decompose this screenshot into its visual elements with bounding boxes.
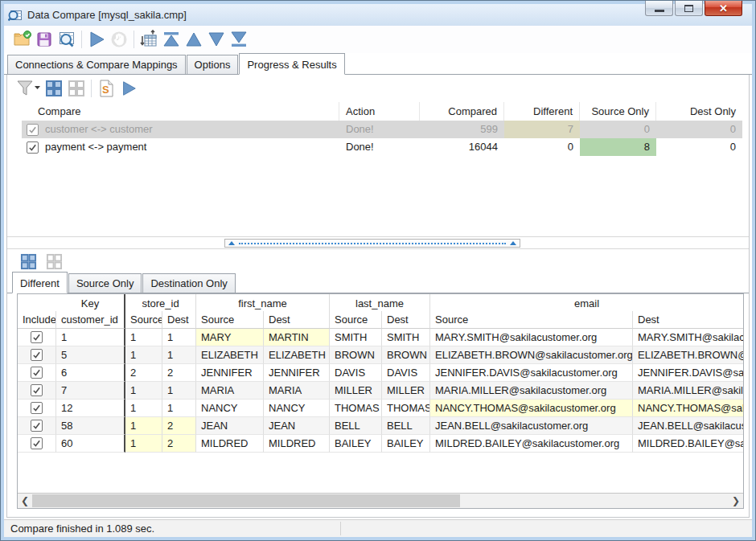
table-row[interactable]: 60 1 2 MILDRED MILDRED BAILEY BAILEY MIL… — [18, 435, 743, 453]
splitter-handle[interactable] — [224, 239, 520, 248]
maximize-button[interactable] — [675, 1, 703, 16]
include-checkbox[interactable] — [27, 124, 39, 136]
email-source-cell: MARY.SMITH@sakilacustomer.org — [430, 329, 633, 346]
refresh-grid-button[interactable] — [138, 28, 160, 51]
col-compared[interactable]: Compared — [420, 102, 504, 121]
tab-destination-only[interactable]: Destination Only — [142, 273, 235, 293]
scroll-right-icon[interactable]: ❯ — [729, 494, 743, 508]
col-lname-dest[interactable]: Dest — [382, 311, 430, 329]
tab-connections-compare-mappings[interactable]: Connections & Compare Mappings — [7, 55, 186, 74]
splitter-dots — [239, 243, 506, 244]
lname-dest-cell: MILLER — [382, 382, 430, 400]
save-button[interactable] — [33, 28, 55, 51]
table-row[interactable]: 1 1 1 MARY MARTIN SMITH SMITH MARY.SMITH… — [18, 329, 743, 346]
close-button[interactable]: ✕ — [705, 1, 742, 16]
tab-options[interactable]: Options — [187, 55, 239, 74]
navigate-last-button[interactable] — [228, 28, 250, 51]
run-compare-button[interactable] — [85, 28, 108, 51]
include-checkbox[interactable] — [31, 402, 43, 414]
email-source-cell: JENNIFER.DAVIS@sakilacustomer.org — [430, 364, 633, 382]
horizontal-scrollbar[interactable]: ❮ ❯ — [18, 493, 743, 508]
compare-row-customer[interactable]: customer <-> customer Done! 599 7 0 0 — [22, 121, 742, 138]
email-dest-cell: MILDRED.BAILEY@sakilacustomer.org — [633, 435, 743, 453]
col-fname-source[interactable]: Source — [196, 311, 264, 329]
action-cell: Done! — [339, 138, 420, 156]
group-first-name[interactable]: first_name — [196, 294, 330, 311]
lname-source-cell: MILLER — [330, 382, 382, 400]
navigate-next-icon — [207, 30, 226, 49]
layout-grid-active-icon — [20, 253, 37, 270]
group-email[interactable]: email — [430, 294, 743, 311]
compared-cell: 599 — [420, 121, 504, 138]
data-compare-app-icon — [8, 9, 23, 22]
col-different[interactable]: Different — [504, 102, 580, 121]
layout-grid-active-button[interactable] — [43, 77, 65, 100]
col-customer-id[interactable]: customer_id — [56, 311, 125, 329]
tab-source-only[interactable]: Source Only — [68, 273, 142, 293]
navigate-first-button[interactable] — [160, 28, 183, 51]
customer-id-cell: 12 — [56, 400, 125, 417]
minimize-button[interactable] — [645, 1, 673, 16]
layout-grid-button[interactable] — [65, 77, 88, 100]
collapse-up-icon[interactable] — [228, 241, 235, 245]
include-checkbox[interactable] — [27, 141, 39, 154]
table-row[interactable]: 58 1 2 JEAN JEAN BELL BELL JEAN.BELL@sak… — [18, 417, 743, 435]
col-fname-dest[interactable]: Dest — [264, 311, 330, 329]
detail-layout-grid-button[interactable] — [43, 250, 65, 273]
include-checkbox[interactable] — [31, 331, 43, 343]
table-row[interactable]: 12 1 1 NANCY NANCY THOMAS THOMAS NANCY.T… — [18, 400, 743, 417]
layout-grid-icon — [68, 80, 85, 97]
group-key[interactable]: Key — [56, 294, 125, 311]
run-results-button[interactable] — [117, 77, 140, 100]
splitter[interactable] — [7, 236, 749, 249]
include-checkbox[interactable] — [31, 437, 43, 449]
status-separator — [340, 522, 341, 535]
table-row[interactable]: 6 2 2 JENNIFER JENNIFER DAVIS DAVIS JENN… — [18, 364, 743, 382]
email-source-cell: ELIZABETH.BROWN@sakilacustomer.org — [430, 346, 633, 364]
col-email-dest[interactable]: Dest — [633, 311, 743, 329]
col-include[interactable]: Include — [18, 311, 56, 329]
col-dest-only[interactable]: Dest Only — [656, 102, 742, 121]
col-email-source[interactable]: Source — [430, 311, 633, 329]
include-checkbox[interactable] — [31, 420, 43, 432]
email-source-cell: MILDRED.BAILEY@sakilacustomer.org — [430, 435, 633, 453]
detail-layout-grid-active-button[interactable] — [17, 250, 39, 273]
compare-row-payment[interactable]: payment <-> payment Done! 16044 0 8 0 — [22, 138, 742, 156]
open-compare-file-button[interactable] — [10, 28, 33, 51]
store-dest-cell: 2 — [162, 417, 196, 435]
navigate-next-button[interactable] — [205, 28, 228, 51]
store-dest-cell: 1 — [162, 400, 196, 417]
tab-progress-results[interactable]: Progress & Results — [239, 53, 344, 75]
col-store-dest[interactable]: Dest — [162, 311, 196, 329]
table-row[interactable]: 5 1 1 ELIZABETH ELIZABETH BROWN BROWN EL… — [18, 346, 743, 364]
group-last-name[interactable]: last_name — [330, 294, 430, 311]
titlebar[interactable]: Data Compare [mysql_sakila.cmp] ✕ — [4, 4, 752, 26]
col-source-only[interactable]: Source Only — [580, 102, 656, 121]
group-store-id[interactable]: store_id — [125, 294, 196, 311]
filter-button[interactable] — [15, 77, 43, 100]
fname-source-cell: JENNIFER — [196, 364, 264, 382]
include-checkbox[interactable] — [31, 367, 43, 379]
stop-compare-button[interactable] — [108, 28, 130, 51]
customer-id-cell: 60 — [56, 435, 125, 453]
col-action[interactable]: Action — [339, 102, 420, 121]
col-compare[interactable]: Compare — [22, 102, 339, 121]
lname-dest-cell: BROWN — [382, 346, 430, 364]
detail-tabbar: Different Source Only Destination Only — [7, 273, 749, 293]
col-lname-source[interactable]: Source — [330, 311, 382, 329]
status-bar: Compare finished in 1.089 sec. — [4, 519, 752, 537]
tab-different[interactable]: Different — [12, 272, 68, 293]
col-store-source[interactable]: Source — [125, 311, 162, 329]
include-checkbox[interactable] — [31, 384, 43, 396]
generate-sql-script-button[interactable]: S — [95, 77, 117, 100]
progress-results-panel: S Compare Action Compared Different Sour… — [6, 75, 750, 518]
detail-header-row: Include customer_id Source Dest Source D… — [18, 311, 743, 329]
table-row[interactable]: 7 1 1 MARIA MARIA MILLER MILLER MARIA.MI… — [18, 382, 743, 400]
include-checkbox[interactable] — [31, 349, 43, 361]
scrollbar-thumb[interactable] — [32, 494, 460, 507]
scroll-left-icon[interactable]: ❮ — [18, 494, 32, 508]
navigate-previous-button[interactable] — [183, 28, 205, 51]
collapse-up-icon[interactable] — [510, 241, 516, 245]
edit-compare-button[interactable] — [55, 28, 78, 51]
source-only-cell: 8 — [580, 138, 656, 156]
